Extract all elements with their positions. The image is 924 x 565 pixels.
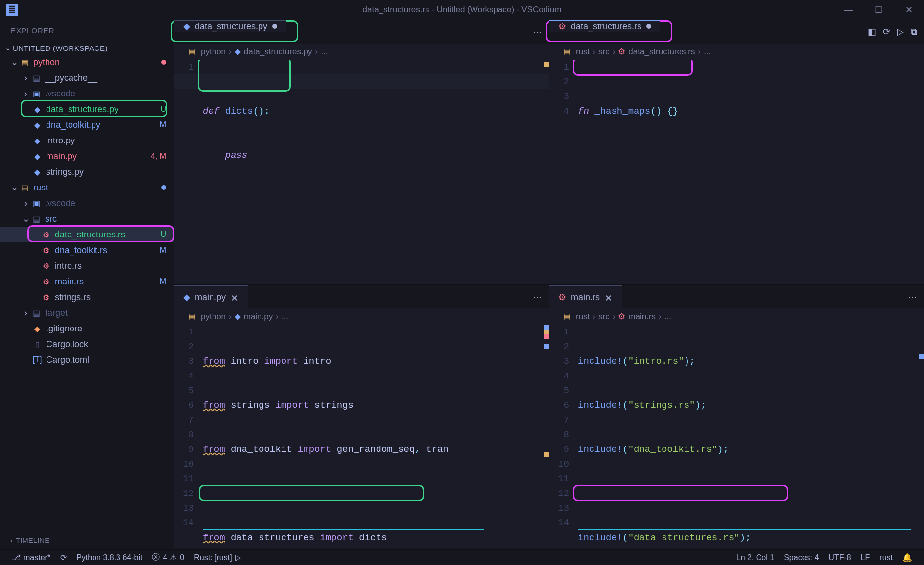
status-rust[interactable]: Rust: [rust] ▷ xyxy=(189,553,245,562)
chevron-down-icon: ⌄ xyxy=(10,182,19,193)
status-eol[interactable]: LF xyxy=(856,553,875,562)
tree-file-cargo-toml[interactable]: [T] Cargo.toml xyxy=(0,352,174,368)
tree-label: target xyxy=(45,308,166,318)
bell-icon: 🔔 xyxy=(902,553,912,562)
tree-folder-pycache[interactable]: › ▤ __pycache__ xyxy=(0,70,174,86)
status-label: Spaces: 4 xyxy=(784,553,819,562)
tree-file-gitignore[interactable]: ◆ .gitignore xyxy=(0,321,174,336)
status-label: UTF-8 xyxy=(829,553,851,562)
tab-label: data_structures.py xyxy=(195,22,267,32)
status-label: LF xyxy=(861,553,870,562)
status-branch[interactable]: ⎇ master* xyxy=(7,553,55,562)
tab-main-rs[interactable]: ⚙ main.rs ✕ xyxy=(549,285,622,308)
close-icon[interactable]: ✕ xyxy=(605,293,614,302)
tree-file-strings-rs[interactable]: ⚙ strings.rs xyxy=(0,289,174,305)
python-icon: ◆ xyxy=(235,311,241,322)
window-title: data_structures.rs - Untitled (Workspace… xyxy=(363,5,562,15)
tree-file-intro-rs[interactable]: ⚙ intro.rs xyxy=(0,258,174,274)
breadcrumb[interactable]: ▤ python › ◆ data_structures.py › ... xyxy=(174,44,549,60)
maximize-button[interactable]: ☐ xyxy=(863,0,894,20)
tree-file-intro-py[interactable]: ◆ intro.py xyxy=(0,133,174,148)
minimize-button[interactable]: — xyxy=(833,0,863,20)
file-icon: ▯ xyxy=(31,339,43,349)
breadcrumb-item: main.py xyxy=(244,312,273,322)
status-language[interactable]: rust xyxy=(875,553,898,562)
tree-file-cargo-lock[interactable]: ▯ Cargo.lock xyxy=(0,336,174,352)
status-encoding[interactable]: UTF-8 xyxy=(824,553,855,562)
status-problems[interactable]: ⓧ 4 ⚠ 0 xyxy=(147,552,189,563)
code-editor[interactable]: 12 def dicts(): pass xyxy=(174,60,549,284)
tree-file-main-rs[interactable]: ⚙ main.rs M xyxy=(0,274,174,289)
split-icon[interactable]: ⧉ xyxy=(911,27,917,37)
code-editor[interactable]: 1234567891011121314 include!("intro.rs")… xyxy=(549,325,924,549)
compare-icon[interactable]: ◧ xyxy=(868,26,876,37)
tree-file-strings-py[interactable]: ◆ strings.py xyxy=(0,164,174,180)
statusbar: ⎇ master* ⟳ Python 3.8.3 64-bit ⓧ 4 ⚠ 0 … xyxy=(0,549,924,565)
close-icon[interactable]: ✕ xyxy=(231,293,239,302)
sync-icon[interactable]: ⟳ xyxy=(883,26,890,37)
timeline-label: TIMELINE xyxy=(16,536,49,544)
tree-folder-src[interactable]: ⌄ ▤ src xyxy=(0,211,174,227)
rust-icon: ⚙ xyxy=(558,21,566,32)
workspace-header[interactable]: ⌄ UNTITLED (WORKSPACE) xyxy=(0,42,174,54)
breadcrumb-item: ... xyxy=(321,47,328,57)
chevron-right-icon: › xyxy=(22,308,30,318)
titlebar: ≣ data_structures.rs - Untitled (Workspa… xyxy=(0,0,924,20)
explorer-sidebar: EXPLORER ⌄ UNTITLED (WORKSPACE) ⌄ ▤ pyth… xyxy=(0,20,174,549)
python-icon: ◆ xyxy=(183,292,190,303)
status-label: master* xyxy=(24,553,50,562)
folder-icon: ▤ xyxy=(188,311,198,322)
tab-data-structures-py[interactable]: ◆ data_structures.py xyxy=(174,20,286,32)
tree-folder-python[interactable]: ⌄ ▤ python xyxy=(0,54,174,70)
tree-file-dna-toolkit-py[interactable]: ◆ dna_toolkit.py M xyxy=(0,117,174,133)
breadcrumb[interactable]: ▤ rust › src › ⚙ data_structures.rs › ..… xyxy=(549,44,924,60)
code-editor[interactable]: 1234 fn _hash_maps() {} xyxy=(549,60,924,284)
tree-folder-rust[interactable]: ⌄ ▤ rust xyxy=(0,180,174,195)
tree-label: data_structures.py xyxy=(46,104,160,115)
git-status-badge: M xyxy=(160,277,166,286)
tree-file-main-py[interactable]: ◆ main.py 4, M xyxy=(0,148,174,164)
more-icon[interactable]: ⋯ xyxy=(533,291,542,302)
toml-icon: [T] xyxy=(31,355,43,365)
status-indent[interactable]: Spaces: 4 xyxy=(779,553,824,562)
error-dot-icon xyxy=(161,60,166,65)
tree-file-dna-toolkit-rs[interactable]: ⚙ dna_toolkit.rs M xyxy=(0,242,174,258)
close-button[interactable]: ✕ xyxy=(894,0,924,20)
python-icon: ◆ xyxy=(31,120,43,130)
tab-main-py[interactable]: ◆ main.py ✕ xyxy=(174,285,248,308)
breadcrumb[interactable]: ▤ python › ◆ main.py › ... xyxy=(174,308,549,325)
tree-label: __pycache__ xyxy=(45,73,166,83)
status-sync[interactable]: ⟳ xyxy=(55,553,71,562)
tree-folder-target[interactable]: › ▤ target xyxy=(0,305,174,321)
tree-folder-vscode-rs[interactable]: › ▣ .vscode xyxy=(0,195,174,211)
git-status-badge: M xyxy=(160,246,166,255)
chevron-down-icon: ⌄ xyxy=(4,44,13,52)
python-icon: ◆ xyxy=(31,104,43,114)
app-icon: ≣ xyxy=(6,4,18,16)
tree-label: .vscode xyxy=(45,198,166,209)
rust-icon: ⚙ xyxy=(40,277,52,286)
breadcrumb[interactable]: ▤ rust › src › ⚙ main.rs › ... xyxy=(549,308,924,325)
timeline-header[interactable]: › TIMELINE xyxy=(0,531,174,549)
more-icon[interactable]: ⋯ xyxy=(533,26,542,37)
git-status-badge: U xyxy=(160,105,166,114)
code-editor[interactable]: 1234567891011121314 from intro import in… xyxy=(174,325,549,549)
tree-label: Cargo.lock xyxy=(46,339,166,350)
editor-pane-py-ds: ◆ data_structures.py ⋯ ▤ python › ◆ data… xyxy=(174,20,549,284)
tab-data-structures-rs[interactable]: ⚙ data_structures.rs xyxy=(549,20,660,32)
status-python[interactable]: Python 3.8.3 64-bit xyxy=(71,553,147,562)
more-icon[interactable]: ⋯ xyxy=(908,291,917,302)
modified-dot-icon xyxy=(161,185,166,190)
rust-icon: ⚙ xyxy=(40,245,52,255)
tree-file-data-structures-rs[interactable]: ⚙ data_structures.rs U xyxy=(0,227,174,242)
status-position[interactable]: Ln 2, Col 1 xyxy=(732,553,779,562)
tree-label: intro.rs xyxy=(55,261,166,271)
breadcrumb-item: data_structures.rs xyxy=(628,47,695,57)
warning-icon: ⚠ xyxy=(170,553,177,562)
tree-file-data-structures-py[interactable]: ◆ data_structures.py U xyxy=(0,101,174,117)
line-gutter: 12 xyxy=(174,60,203,284)
breadcrumb-item: rust xyxy=(576,47,590,57)
status-notifications[interactable]: 🔔 xyxy=(898,553,917,562)
tree-folder-vscode-py[interactable]: › ▣ .vscode xyxy=(0,86,174,101)
run-icon[interactable]: ▷ xyxy=(897,26,904,37)
